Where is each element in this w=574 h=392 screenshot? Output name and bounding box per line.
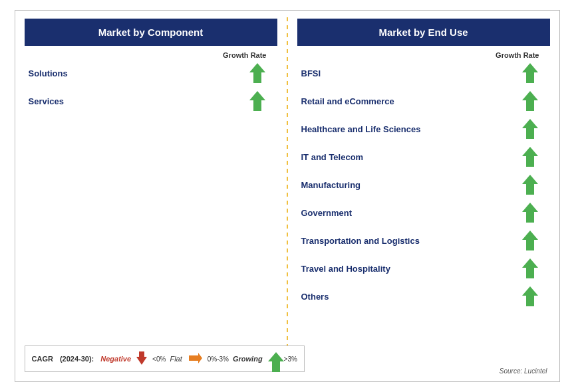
right-item-bfsi: BFSI	[288, 59, 559, 87]
growing-val: >3%	[284, 355, 297, 363]
left-item-services: Services	[15, 87, 287, 115]
manufacturing-arrow	[521, 173, 539, 196]
others-label: Others	[301, 292, 329, 302]
legend-box: CAGR (2024-30): Negative <0% Flat 0%-3% …	[25, 345, 305, 372]
right-panel-title: Market by End Use	[297, 19, 550, 46]
retail-label: Retail and eCommerce	[301, 96, 394, 106]
government-label: Government	[301, 208, 353, 218]
svg-marker-3	[522, 91, 538, 111]
svg-marker-0	[249, 63, 265, 83]
flat-val: 0%-3%	[208, 355, 229, 363]
transport-arrow	[521, 229, 539, 252]
svg-marker-11	[136, 351, 147, 365]
negative-val: <0%	[152, 355, 166, 363]
right-panel: Market by End Use Growth Rate BFSI Retai…	[288, 11, 559, 381]
solutions-label: Solutions	[29, 68, 68, 78]
right-item-travel: Travel and Hospitality	[288, 254, 559, 282]
manufacturing-label: Manufacturing	[301, 180, 361, 190]
svg-marker-5	[522, 147, 538, 167]
right-item-healthcare: Healthcare and Life Sciences	[288, 115, 559, 143]
right-item-it-telecom: IT and Telecom	[288, 143, 559, 171]
right-item-manufacturing: Manufacturing	[288, 171, 559, 199]
cagr-label: CAGR	[32, 355, 53, 363]
travel-arrow	[521, 257, 539, 280]
svg-marker-6	[522, 175, 538, 195]
retail-arrow	[521, 90, 539, 112]
it-telecom-arrow	[521, 146, 539, 168]
it-telecom-label: IT and Telecom	[301, 152, 364, 162]
healthcare-label: Healthcare and Life Sciences	[301, 124, 421, 134]
right-item-transport: Transportation and Logistics	[288, 227, 559, 254]
right-item-retail: Retail and eCommerce	[288, 87, 559, 115]
solutions-growth-arrow	[248, 62, 267, 84]
growing-label: Growing	[233, 355, 263, 363]
bfsi-arrow	[521, 62, 539, 84]
main-container: Market by Component Growth Rate Solution…	[15, 10, 560, 382]
svg-marker-13	[268, 352, 284, 372]
cagr-years: (2024-30):	[60, 355, 94, 363]
svg-marker-7	[522, 203, 538, 223]
government-arrow	[521, 201, 539, 224]
left-item-solutions: Solutions	[15, 59, 287, 87]
bfsi-label: BFSI	[301, 68, 321, 78]
services-label: Services	[29, 96, 65, 106]
svg-marker-2	[522, 63, 538, 83]
others-arrow	[521, 285, 539, 308]
left-panel-title: Market by Component	[25, 19, 277, 46]
left-panel: Market by Component Growth Rate Solution…	[15, 11, 287, 381]
services-growth-arrow	[248, 90, 267, 112]
svg-marker-8	[522, 231, 538, 250]
travel-label: Travel and Hospitality	[301, 264, 390, 274]
right-item-others: Others	[288, 282, 559, 310]
right-item-government: Government	[288, 199, 559, 227]
healthcare-arrow	[521, 118, 539, 140]
source-label: Source: Lucintel	[500, 367, 547, 375]
growing-arrow-icon	[267, 351, 280, 367]
negative-arrow-icon	[135, 350, 148, 367]
svg-marker-10	[522, 286, 538, 306]
svg-marker-4	[522, 119, 538, 139]
svg-marker-1	[249, 91, 265, 111]
left-growth-rate-label: Growth Rate	[15, 51, 287, 59]
right-growth-rate-label: Growth Rate	[288, 51, 559, 59]
svg-marker-9	[522, 258, 538, 278]
transport-label: Transportation and Logistics	[301, 236, 420, 246]
svg-marker-12	[189, 353, 202, 363]
flat-arrow-icon	[186, 351, 204, 366]
flat-label: Flat	[170, 355, 182, 363]
negative-label: Negative	[100, 355, 131, 363]
